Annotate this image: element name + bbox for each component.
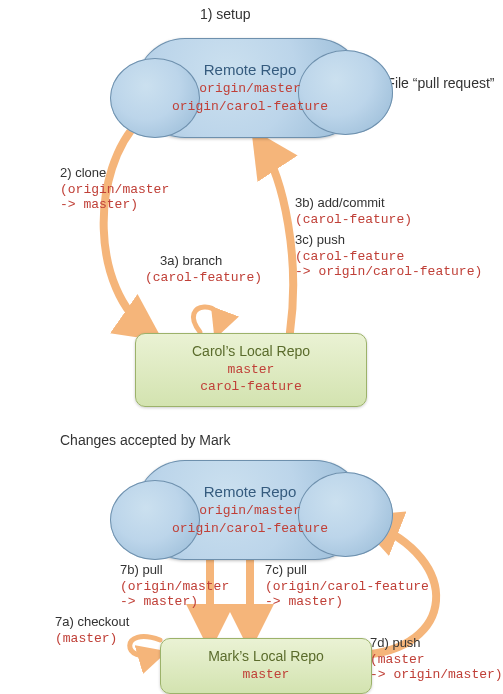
remote-repo-bottom: Remote Repo origin/master origin/carol-f… bbox=[135, 460, 365, 560]
step-7c-label: 7c) pull bbox=[265, 562, 307, 578]
remote-branch-1: origin/master bbox=[135, 80, 365, 98]
remote-branch-1-bottom: origin/master bbox=[135, 502, 365, 520]
step-7b-label: 7b) pull bbox=[120, 562, 163, 578]
remote-branch-2-bottom: origin/carol-feature bbox=[135, 520, 365, 538]
carol-branch-1: master bbox=[146, 361, 356, 379]
step-1-label: 1) setup bbox=[200, 6, 251, 24]
carol-branch-2: carol-feature bbox=[146, 378, 356, 396]
step-3a-detail: (carol-feature) bbox=[145, 270, 262, 286]
remote-branch-2: origin/carol-feature bbox=[135, 98, 365, 116]
mark-repo-title: Mark’s Local Repo bbox=[171, 647, 361, 666]
step-7d-detail-2: -> origin/master) bbox=[370, 667, 503, 683]
step-3b-label: 3b) add/commit bbox=[295, 195, 385, 211]
remote-title-bottom: Remote Repo bbox=[135, 482, 365, 502]
step-7d-label: 7d) push bbox=[370, 635, 421, 651]
mark-local-repo: Mark’s Local Repo master bbox=[160, 638, 372, 694]
step-3b-detail: (carol-feature) bbox=[295, 212, 412, 228]
mark-branch-1: master bbox=[171, 666, 361, 684]
carol-local-repo: Carol’s Local Repo master carol-feature bbox=[135, 333, 367, 407]
step-2-detail-2: -> master) bbox=[60, 197, 138, 213]
step-3c-label: 3c) push bbox=[295, 232, 345, 248]
step-3c-detail-1: (carol-feature bbox=[295, 249, 404, 265]
step-2-label: 2) clone bbox=[60, 165, 106, 181]
remote-repo-top: Remote Repo origin/master origin/carol-f… bbox=[135, 38, 365, 138]
carol-repo-title: Carol’s Local Repo bbox=[146, 342, 356, 361]
step-2-detail-1: (origin/master bbox=[60, 182, 169, 198]
step-7c-detail-2: -> master) bbox=[265, 594, 343, 610]
step-3a-label: 3a) branch bbox=[160, 253, 222, 269]
step-7a-detail: (master) bbox=[55, 631, 117, 647]
remote-title: Remote Repo bbox=[135, 60, 365, 80]
step-3c-detail-2: -> origin/carol-feature) bbox=[295, 264, 482, 280]
step-7b-detail-2: -> master) bbox=[120, 594, 198, 610]
step-7d-detail-1: (master bbox=[370, 652, 425, 668]
step-7a-label: 7a) checkout bbox=[55, 614, 129, 630]
step-7b-detail-1: (origin/master bbox=[120, 579, 229, 595]
section-title: Changes accepted by Mark bbox=[60, 432, 230, 450]
step-7c-detail-1: (origin/carol-feature bbox=[265, 579, 429, 595]
